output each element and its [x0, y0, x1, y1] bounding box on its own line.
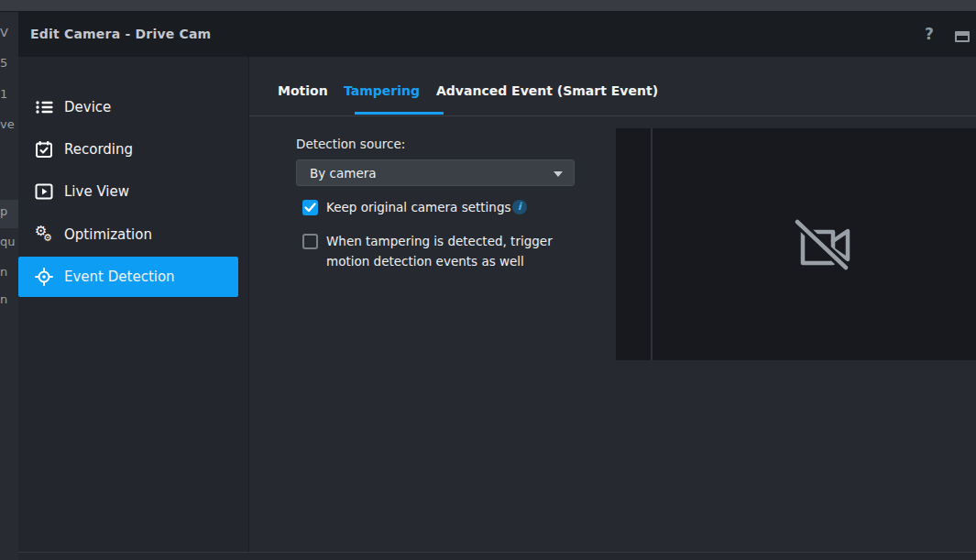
- background-left-strip: V 5 1 ve p qu n n: [0, 12, 18, 560]
- tab-content-area: Motion Tampering Advanced Event (Smart E…: [249, 57, 976, 560]
- help-icon[interactable]: ?: [925, 25, 934, 43]
- sidebar-item-live-view[interactable]: Live View: [18, 171, 238, 212]
- trigger-motion-label: When tampering is detected, trigger moti…: [326, 231, 553, 271]
- sidebar-item-label: Event Detection: [64, 269, 175, 285]
- list-icon: [35, 98, 53, 116]
- keep-settings-checkbox[interactable]: [302, 200, 318, 215]
- dialog-title: Edit Camera - Drive Cam: [30, 27, 211, 41]
- play-screen-icon: [35, 182, 53, 201]
- bg-text-fragment: 5: [0, 56, 18, 70]
- preview-divider: [651, 128, 652, 360]
- trigger-motion-checkbox[interactable]: [302, 234, 318, 249]
- bg-text-fragment: 1: [0, 87, 18, 101]
- bg-text-fragment: n: [0, 265, 18, 279]
- window-restore-icon[interactable]: [955, 31, 970, 42]
- tab-advanced-event[interactable]: Advanced Event (Smart Event): [436, 83, 658, 98]
- detection-source-select[interactable]: By camera: [296, 159, 575, 186]
- trigger-motion-label-line1: When tampering is detected, trigger: [326, 234, 553, 248]
- info-icon[interactable]: i: [512, 200, 527, 214]
- sidebar-item-label: Device: [64, 99, 111, 115]
- video-off-icon: [790, 215, 856, 276]
- bg-text-fragment: p: [0, 204, 18, 218]
- sidebar: Device Recording Live View ⚙⚙ Optimizati…: [18, 57, 249, 560]
- tab-motion[interactable]: Motion: [278, 83, 328, 98]
- gears-icon: ⚙⚙: [35, 225, 53, 244]
- active-tab-underline: [355, 112, 444, 115]
- tab-tampering[interactable]: Tampering: [344, 83, 420, 98]
- target-icon: [35, 268, 53, 286]
- keep-settings-label: Keep original camera settings: [326, 197, 511, 217]
- dialog-titlebar: Edit Camera - Drive Cam ?: [18, 12, 976, 57]
- detection-source-value: By camera: [310, 166, 377, 181]
- bg-text-fragment: V: [0, 26, 18, 39]
- sidebar-item-label: Live View: [64, 183, 129, 200]
- edit-camera-dialog: Edit Camera - Drive Cam ? Device Recordi…: [18, 12, 976, 560]
- sidebar-item-event-detection[interactable]: Event Detection: [18, 257, 238, 297]
- calendar-check-icon: [35, 140, 53, 159]
- sidebar-item-optimization[interactable]: ⚙⚙ Optimization: [18, 214, 238, 255]
- sidebar-item-label: Recording: [64, 141, 133, 158]
- sidebar-item-recording[interactable]: Recording: [18, 129, 238, 170]
- bg-text-fragment: n: [0, 292, 18, 306]
- sidebar-item-device[interactable]: Device: [18, 87, 238, 127]
- sidebar-item-label: Optimization: [64, 226, 152, 243]
- bg-text-fragment: ve: [0, 117, 18, 131]
- camera-preview-pane: [616, 128, 976, 360]
- background-top-strip: [0, 0, 976, 12]
- trigger-motion-label-line2: motion detection events as well: [326, 254, 524, 269]
- dialog-footer: [18, 553, 976, 560]
- bg-text-fragment: qu: [0, 235, 18, 248]
- tab-divider: [249, 115, 976, 116]
- detection-source-label: Detection source:: [296, 137, 405, 151]
- chevron-down-icon: [554, 171, 563, 177]
